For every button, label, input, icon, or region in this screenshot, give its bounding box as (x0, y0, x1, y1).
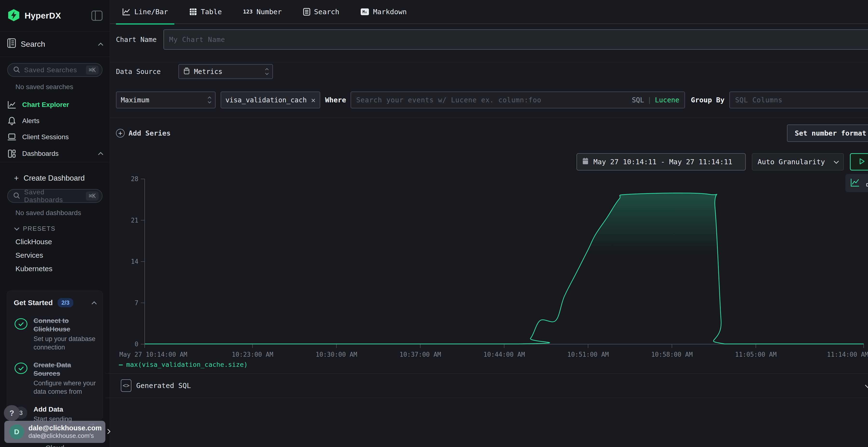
line-chart-toggle-icon[interactable] (850, 178, 860, 188)
sidebar-item-alerts[interactable]: Alerts (0, 113, 110, 129)
tab-line-bar[interactable]: Line/Bar (116, 0, 174, 24)
presets-toggle[interactable]: PRESETS (15, 225, 110, 232)
svg-text:10:30:00 AM: 10:30:00 AM (316, 351, 357, 358)
user-profile-card[interactable]: D dale@clickhouse.com dale@clickhouse.co… (4, 421, 105, 443)
sidebar-collapse-icon[interactable] (91, 10, 102, 21)
chart-name-input[interactable] (163, 29, 868, 49)
svg-text:10:51:00 AM: 10:51:00 AM (567, 351, 609, 358)
shortcut-badge: ⌘K (86, 192, 99, 201)
sidebar: HyperDX Search Saved Searches ⌘K No save… (0, 0, 110, 447)
code-icon: <> (121, 379, 131, 392)
sidebar-section-search[interactable]: Search (0, 32, 110, 57)
granularity-select[interactable]: Auto Granularity (752, 153, 844, 171)
legend-series-name: max(visa_validation_cache.size) (126, 361, 248, 368)
no-saved-searches-note: No saved searches (16, 83, 110, 91)
svg-text:21: 21 (131, 217, 138, 224)
sidebar-item-label: Alerts (22, 117, 39, 125)
sidebar-item-label: Client Sessions (22, 133, 69, 141)
divider (110, 117, 868, 118)
get-started-item-subtitle: Set up your database connection (33, 335, 96, 352)
shortcut-badge: ⌘K (86, 66, 99, 75)
create-dashboard-button[interactable]: + Create Dashboard (14, 173, 110, 183)
chart-legend: — max(visa_validation_cache.size) (116, 359, 868, 370)
sidebar-item-label: Chart Explorer (22, 101, 69, 109)
tab-label: Markdown (373, 8, 407, 16)
dashboard-grid-icon (7, 149, 17, 158)
clipped-team-text: Cloud (0, 444, 110, 447)
chevron-up-icon[interactable] (92, 301, 97, 306)
saved-dashboards-input[interactable]: Saved Dashboards ⌘K (7, 189, 102, 203)
preset-item-kubernetes[interactable]: Kubernetes (16, 265, 110, 273)
set-number-format-button[interactable]: Set number format (787, 125, 868, 142)
metric-tag[interactable]: visa_validation_cach ✕ (221, 92, 320, 108)
chevron-up-icon[interactable] (98, 43, 103, 48)
tab-label: Table (201, 8, 222, 16)
sidebar-item-dashboards[interactable]: Dashboards (0, 145, 110, 162)
chevron-up-icon[interactable] (98, 152, 103, 157)
svg-text:0: 0 (134, 341, 138, 348)
user-team: dale@clickhouse.com's (28, 432, 102, 440)
get-started-item-title: Create Data Sources (33, 361, 96, 378)
timeseries-chart[interactable]: 07142128May 27 10:14:00 AM10:23:00 AM10:… (116, 171, 868, 359)
table-icon (189, 8, 197, 16)
sidebar-item-client-sessions[interactable]: Client Sessions (0, 129, 110, 145)
play-icon (859, 158, 865, 166)
journal-icon (7, 38, 16, 50)
calendar-icon (582, 158, 589, 166)
sql-toggle[interactable]: SQL (632, 96, 644, 104)
select-chevrons-icon (208, 97, 211, 103)
chart-name-label: Chart Name (116, 36, 157, 44)
tab-number[interactable]: 123 Number (237, 0, 288, 24)
get-started-item-title: Connect to ClickHouse (33, 316, 96, 333)
svg-text:10:37:00 AM: 10:37:00 AM (400, 351, 441, 358)
aggregation-select[interactable]: Maximum (116, 92, 216, 108)
chart-style-toggle (845, 174, 868, 192)
plus-circle-icon: + (116, 129, 125, 138)
tab-markdown[interactable]: M↓ Markdown (354, 0, 413, 24)
group-by-input[interactable] (730, 92, 868, 108)
get-started-item-connect[interactable]: Connect to ClickHouse Set up your databa… (14, 316, 96, 352)
search-icon (13, 66, 20, 74)
toggle-separator: | (647, 96, 651, 104)
tab-label: Line/Bar (134, 8, 168, 16)
legend-swatch: — (119, 361, 123, 368)
svg-text:28: 28 (131, 175, 138, 182)
close-icon[interactable]: ✕ (311, 96, 315, 104)
tab-label: Search (314, 8, 340, 16)
brand[interactable]: HyperDX (7, 9, 61, 23)
check-circle-icon (14, 316, 28, 352)
line-chart-icon (122, 8, 130, 16)
add-series-button[interactable]: + Add Series (116, 129, 171, 138)
svg-text:10:23:00 AM: 10:23:00 AM (232, 351, 273, 358)
svg-text:10:58:00 AM: 10:58:00 AM (651, 351, 693, 358)
preset-item-services[interactable]: Services (16, 251, 110, 260)
query-language-toggle: SQL | Lucene (632, 96, 679, 104)
preset-item-clickhouse[interactable]: ClickHouse (16, 238, 110, 246)
tab-search[interactable]: Search (297, 0, 346, 24)
data-source-select[interactable]: Metrics (179, 64, 273, 79)
main-content: Line/Bar Table 123 Number Search M↓ Mark… (110, 0, 868, 447)
run-query-button[interactable] (850, 153, 868, 171)
brand-name: HyperDX (25, 11, 61, 21)
saved-searches-input[interactable]: Saved Searches ⌘K (7, 63, 102, 77)
date-range-picker[interactable]: May 27 10:14:11 - May 27 11:14:11 (577, 153, 746, 171)
get-started-progress-badge: 2/3 (58, 298, 73, 307)
sidebar-item-chart-explorer[interactable]: Chart Explorer (0, 97, 110, 113)
svg-text:M↓: M↓ (363, 10, 367, 14)
lucene-toggle[interactable]: Lucene (655, 96, 679, 104)
create-dashboard-label: Create Dashboard (24, 174, 85, 182)
get-started-item-subtitle: Configure where your data comes from (33, 379, 96, 396)
where-label: Where (325, 96, 346, 104)
help-button[interactable]: ? (4, 405, 20, 421)
data-source-value: Metrics (194, 68, 222, 76)
get-started-item-datasources[interactable]: Create Data Sources Configure where your… (14, 361, 96, 396)
avatar: D (9, 424, 24, 439)
search-icon (13, 192, 20, 200)
bar-chart-toggle-icon[interactable] (866, 178, 868, 188)
generated-sql-row[interactable]: <> Generated SQL (105, 373, 868, 398)
chevron-down-icon[interactable] (866, 383, 868, 388)
add-series-label: Add Series (128, 129, 171, 137)
no-saved-dashboards-note: No saved dashboards (16, 209, 110, 217)
svg-text:7: 7 (134, 299, 138, 307)
tab-table[interactable]: Table (183, 0, 228, 24)
